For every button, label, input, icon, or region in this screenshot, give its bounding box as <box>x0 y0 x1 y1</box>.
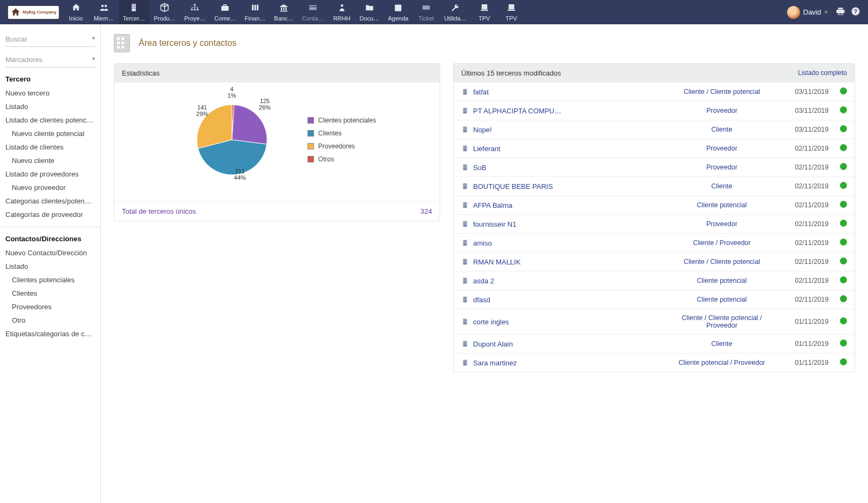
tercero-type[interactable]: Cliente potencial <box>673 296 770 303</box>
tercero-link[interactable]: Dupont Alain <box>473 340 513 348</box>
tercero-link[interactable]: PT ALPHACIPTA COMPUT… <box>473 107 565 115</box>
sidebar-item[interactable]: Listado de clientes <box>0 140 100 154</box>
sidebar-item[interactable]: Nuevo Contacto/Dirección <box>0 246 100 260</box>
legend-item: Otros <box>307 155 376 163</box>
tercero-type[interactable]: Proveedor <box>673 145 770 152</box>
building-icon <box>129 3 139 15</box>
tercero-link[interactable]: Lieferant <box>473 145 501 153</box>
sidebar-item[interactable]: Nuevo cliente potencial <box>0 127 100 140</box>
sidebar: Buscar ▾ Marcadores ▾ TerceroNuevo terce… <box>0 24 101 503</box>
sidebar-item[interactable]: Nuevo proveedor <box>0 181 100 194</box>
tercero-link[interactable]: Nope! <box>473 126 492 134</box>
tercero-link[interactable]: fournisseir N1 <box>473 220 516 228</box>
nav-card[interactable]: Conta… <box>298 0 328 24</box>
nav-bank[interactable]: Banc… <box>270 0 298 24</box>
nav-home[interactable]: Inicio <box>63 0 90 24</box>
table-row: Sara martinezCliente potencial / Proveed… <box>454 354 855 372</box>
tercero-link[interactable]: AFPA Balma <box>473 201 512 209</box>
svg-rect-74 <box>464 204 464 205</box>
sidebar-item[interactable]: Nuevo tercero <box>0 86 100 100</box>
tercero-link[interactable]: fatfat <box>473 88 489 96</box>
nav-usertie[interactable]: RRHH <box>329 0 356 24</box>
tercero-type[interactable]: Proveedor <box>673 220 770 228</box>
tercero-type[interactable]: Proveedor <box>673 107 770 114</box>
total-terceros-link[interactable]: Total de terceros únicos <box>122 207 196 215</box>
tercero-type[interactable]: Cliente potencial / Proveedor <box>673 359 770 366</box>
tercero-type[interactable]: Cliente / Cliente potencial <box>673 258 770 266</box>
tercero-link[interactable]: RMAN MALLIK <box>473 258 521 266</box>
svg-rect-5 <box>133 6 134 7</box>
svg-rect-13 <box>222 6 229 11</box>
svg-rect-51 <box>464 146 464 147</box>
nav-wrench[interactable]: Utilida… <box>440 0 471 24</box>
nav-building[interactable]: Tercer… <box>119 0 150 24</box>
house-icon <box>10 7 21 18</box>
tercero-link[interactable]: corte ingles <box>473 318 509 326</box>
tercero-type[interactable]: Cliente / Cliente potencial / Proveedor <box>673 314 770 329</box>
nav-users[interactable]: Miem… <box>90 0 119 24</box>
nav-ticket[interactable]: Ticket <box>413 0 440 24</box>
help-icon[interactable]: ? <box>851 6 860 18</box>
tercero-type[interactable]: Cliente potencial <box>673 277 770 284</box>
sidebar-item[interactable]: Nuevo cliente <box>0 154 100 167</box>
nav-folder[interactable]: Docu… <box>356 0 384 24</box>
user-menu[interactable]: David ▾ <box>783 0 832 24</box>
svg-rect-54 <box>466 147 466 148</box>
brand-logo[interactable]: MyBig Company <box>4 0 63 24</box>
tercero-date: 02/11/2019 <box>775 201 829 209</box>
nav-register[interactable]: TPV <box>471 0 498 24</box>
tercero-type[interactable]: Cliente / Cliente potencial <box>673 88 770 96</box>
tercero-link[interactable]: amiso <box>473 239 492 247</box>
tercero-type[interactable]: Proveedor <box>673 164 770 171</box>
search-input[interactable]: Buscar ▾ <box>5 32 95 47</box>
nav-calendar[interactable]: Agenda <box>384 0 413 24</box>
svg-rect-36 <box>463 108 467 114</box>
sidebar-item[interactable]: Listado de proveedores <box>0 167 100 181</box>
nav-register[interactable]: TPV <box>498 0 525 24</box>
sidebar-item[interactable]: Categorias clientes/potenci… <box>0 194 100 208</box>
status-badge <box>833 201 847 209</box>
sidebar-item[interactable]: Clientes <box>0 287 100 300</box>
tercero-link[interactable]: BOUTIQUE BEBE PARIS <box>473 182 553 191</box>
sidebar-item[interactable]: Etiquetas/categorías de co… <box>0 327 100 341</box>
tercero-date: 02/11/2019 <box>775 239 829 247</box>
svg-rect-39 <box>464 110 464 110</box>
nav-box[interactable]: Produ… <box>149 0 180 24</box>
table-row: corte inglesCliente / Cliente potencial … <box>454 309 855 335</box>
tercero-link[interactable]: asda 2 <box>473 277 494 285</box>
svg-rect-80 <box>466 222 466 222</box>
svg-rect-11 <box>194 9 196 10</box>
sidebar-item[interactable]: Clientes potenciales <box>0 273 100 287</box>
tercero-link[interactable]: Sara martinez <box>473 359 517 367</box>
sidebar-item[interactable]: Listado <box>0 100 100 113</box>
tercero-type[interactable]: Cliente / Proveedor <box>673 239 770 247</box>
tercero-date: 03/11/2019 <box>775 88 829 96</box>
table-row: asda 2Cliente potencial02/11/2019 <box>454 271 855 290</box>
books-icon <box>250 3 260 15</box>
svg-rect-130 <box>464 362 464 362</box>
full-list-link[interactable]: Listado completo <box>798 70 847 77</box>
nav-books[interactable]: Finan… <box>241 0 270 24</box>
tercero-link[interactable]: dfasd <box>473 296 490 304</box>
tercero-type[interactable]: Cliente <box>673 126 770 133</box>
tercero-type[interactable]: Cliente <box>673 340 770 348</box>
sidebar-item[interactable]: Proveedores <box>0 300 100 314</box>
bookmarks-input[interactable]: Marcadores ▾ <box>5 52 95 67</box>
status-badge <box>833 317 847 326</box>
sidebar-item[interactable]: Listado <box>0 260 100 273</box>
print-icon[interactable] <box>836 6 845 18</box>
tercero-link[interactable]: SuB <box>473 164 487 172</box>
tercero-type[interactable]: Cliente <box>673 182 770 190</box>
tercero-type[interactable]: Cliente potencial <box>673 201 770 209</box>
building-icon <box>461 359 469 366</box>
svg-rect-34 <box>464 92 464 93</box>
nav-briefcase[interactable]: Come… <box>210 0 240 24</box>
sidebar-item[interactable]: Otro <box>0 314 100 327</box>
nav-sitemap[interactable]: Proye… <box>180 0 210 24</box>
users-icon <box>99 3 109 15</box>
svg-rect-73 <box>466 203 466 203</box>
tercero-date: 01/11/2019 <box>775 318 829 325</box>
sidebar-item[interactable]: Categorías de proveedor <box>0 208 100 221</box>
sidebar-item[interactable]: Listado de clientes potenci… <box>0 113 100 127</box>
svg-rect-24 <box>481 9 488 10</box>
